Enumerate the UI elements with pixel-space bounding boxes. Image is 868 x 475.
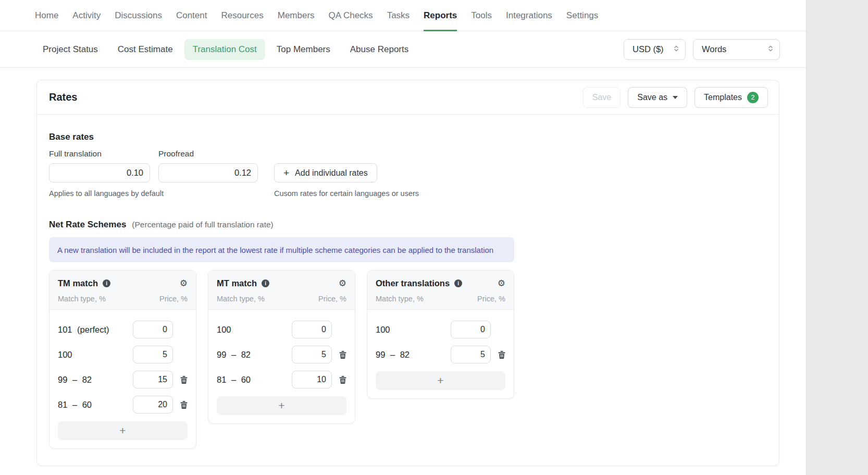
nav-item-qa-checks[interactable]: QA Checks	[329, 0, 373, 31]
nav-item-content[interactable]: Content	[176, 0, 207, 31]
rates-actions: Save Save as Templates 2	[583, 87, 768, 108]
nav-item-resources[interactable]: Resources	[221, 0, 263, 31]
scheme-cards-row: TM match Match type, % Price, %	[49, 270, 767, 449]
match-type-column-header: Match type, %	[376, 295, 424, 303]
scheme-card-body: 100 99 – 82	[367, 310, 514, 398]
save-button[interactable]: Save	[583, 87, 621, 108]
nav-item-reports[interactable]: Reports	[424, 0, 457, 31]
add-individual-rates-button[interactable]: Add individual rates	[274, 163, 377, 182]
scheme-row: 99 – 82	[376, 342, 505, 367]
match-type-column-header: Match type, %	[58, 295, 106, 303]
tab-abuse-reports[interactable]: Abuse Reports	[342, 39, 417, 60]
price-input[interactable]	[133, 371, 173, 388]
match-type-label: 99 – 82	[376, 350, 410, 360]
add-row-button[interactable]	[58, 421, 188, 440]
scheme-title: TM match	[58, 278, 98, 288]
currency-select[interactable]: USD ($)	[624, 39, 686, 60]
nav-item-home[interactable]: Home	[35, 0, 58, 31]
price-column-header: Price, %	[318, 295, 346, 303]
price-column-header: Price, %	[477, 295, 505, 303]
match-type-label: 81 – 60	[58, 400, 92, 410]
info-icon[interactable]	[262, 279, 269, 287]
base-rates-help-left: Applies to all languages by default	[49, 182, 258, 198]
gear-icon[interactable]	[339, 279, 346, 288]
tab-translation-cost[interactable]: Translation Cost	[184, 39, 265, 60]
scheme-row: 100	[376, 317, 505, 342]
rates-panel: Rates Save Save as Templates 2	[36, 80, 779, 466]
scheme-card-other-translations: Other translations Match type, % Price, …	[367, 270, 514, 399]
trash-icon[interactable]	[180, 401, 188, 409]
proofread-label: Proofread	[158, 149, 258, 163]
full-translation-input[interactable]	[49, 163, 150, 182]
tab-cost-estimate[interactable]: Cost Estimate	[109, 39, 181, 60]
price-input[interactable]	[292, 371, 332, 388]
add-individual-rates-label: Add individual rates	[295, 168, 368, 178]
price-input[interactable]	[292, 346, 332, 363]
lowest-rate-info-banner: A new translation will be included in th…	[49, 237, 514, 262]
scheme-card-head: TM match Match type, % Price, %	[49, 271, 196, 310]
match-type-label: 101 (perfect)	[58, 325, 109, 335]
info-icon[interactable]	[454, 279, 462, 287]
gear-icon[interactable]	[180, 279, 188, 288]
price-input[interactable]	[451, 346, 491, 363]
tab-top-members[interactable]: Top Members	[268, 39, 339, 60]
nav-item-members[interactable]: Members	[278, 0, 315, 31]
updown-chevrons-icon	[674, 44, 679, 54]
price-input[interactable]	[292, 321, 332, 338]
scheme-card-head: MT match Match type, % Price, %	[208, 271, 355, 310]
trash-icon[interactable]	[339, 376, 346, 384]
scheme-row: 99 – 82	[58, 367, 188, 392]
nav-item-tools[interactable]: Tools	[471, 0, 492, 31]
net-rate-schemes-heading-row: Net Rate Schemes (Percentage paid of ful…	[49, 220, 767, 230]
units-select[interactable]: Words	[693, 39, 780, 60]
templates-count-badge: 2	[747, 92, 759, 103]
price-input[interactable]	[451, 321, 491, 338]
nav-item-settings[interactable]: Settings	[566, 0, 598, 31]
match-type-label: 99 – 82	[58, 375, 92, 385]
scheme-card-body: 100 99 – 82 81 – 60	[208, 310, 355, 423]
price-input[interactable]	[133, 346, 173, 363]
scheme-row: 100	[217, 317, 346, 342]
full-translation-label: Full translation	[49, 149, 150, 163]
viewport-gutter	[806, 0, 868, 475]
gear-icon[interactable]	[498, 279, 505, 288]
info-icon[interactable]	[103, 279, 110, 287]
add-row-button[interactable]	[217, 396, 346, 415]
plus-icon	[437, 374, 443, 387]
top-navigation: Home Activity Discussions Content Resour…	[0, 0, 806, 31]
plus-icon	[283, 167, 289, 179]
rates-panel-header: Rates Save Save as Templates 2	[37, 80, 779, 115]
trash-icon[interactable]	[339, 351, 346, 359]
match-type-label: 81 – 60	[217, 375, 251, 385]
app-content: Home Activity Discussions Content Resour…	[0, 0, 806, 475]
currency-select-value: USD ($)	[633, 44, 664, 54]
match-type-column-header: Match type, %	[217, 295, 265, 303]
nav-item-integrations[interactable]: Integrations	[506, 0, 552, 31]
net-rate-schemes-heading: Net Rate Schemes	[49, 220, 126, 230]
report-tabs: Project Status Cost Estimate Translation…	[34, 39, 417, 60]
nav-item-tasks[interactable]: Tasks	[387, 0, 410, 31]
tab-project-status[interactable]: Project Status	[34, 39, 106, 60]
nav-item-discussions[interactable]: Discussions	[115, 0, 162, 31]
save-as-button[interactable]: Save as	[628, 87, 687, 108]
scheme-row: 99 – 82	[217, 342, 346, 367]
add-row-button[interactable]	[376, 371, 505, 390]
base-rates-help-right: Cusom rates for certain languages or use…	[274, 182, 767, 198]
trash-icon[interactable]	[180, 376, 188, 384]
match-type-label: 100	[58, 350, 72, 360]
price-column-header: Price, %	[159, 295, 188, 303]
price-input[interactable]	[133, 321, 173, 338]
trash-icon[interactable]	[498, 351, 505, 359]
price-input[interactable]	[133, 396, 173, 413]
templates-button[interactable]: Templates 2	[695, 87, 768, 108]
match-type-label: 100	[217, 325, 231, 335]
nav-item-activity[interactable]: Activity	[72, 0, 101, 31]
base-rates-heading: Base rates	[49, 132, 767, 142]
templates-label: Templates	[704, 93, 742, 102]
reports-subnav: Project Status Cost Estimate Translation…	[0, 31, 806, 68]
scheme-card-head: Other translations Match type, % Price, …	[367, 271, 514, 310]
proofread-input[interactable]	[158, 163, 258, 182]
match-type-label: 100	[376, 325, 390, 335]
scheme-title: Other translations	[376, 278, 450, 288]
units-select-value: Words	[702, 44, 726, 54]
